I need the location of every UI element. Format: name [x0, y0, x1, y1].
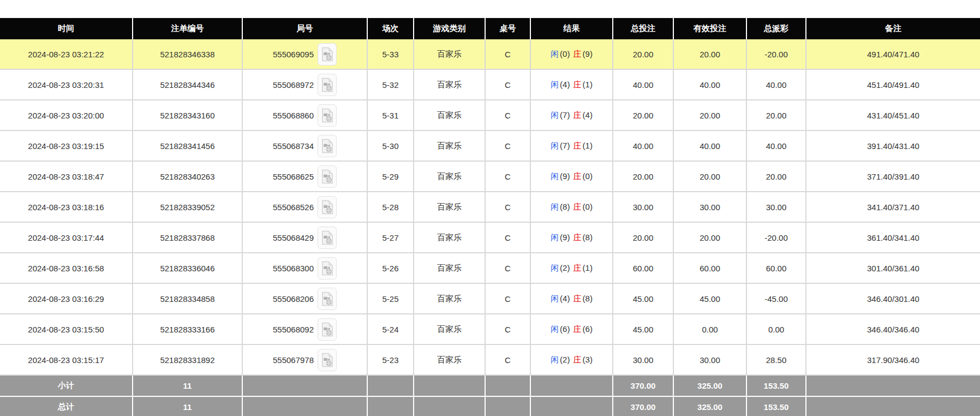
- column-header-total-bet: 总投注: [613, 18, 673, 39]
- summary-label: 小计: [0, 375, 133, 396]
- cell-total-payout: 28.50: [746, 344, 806, 375]
- cell-round-id: 555068860: [242, 100, 367, 130]
- round-id-text: 555068625: [273, 172, 314, 181]
- cell-game-type: 百家乐: [414, 344, 485, 375]
- summary-total-payout: 153.50: [746, 375, 806, 396]
- table-row[interactable]: 2024-08-23 03:20:00 521828343160 5550688…: [0, 100, 980, 130]
- result-banker-label: 庄: [573, 202, 582, 211]
- cell-time: 2024-08-23 03:16:58: [0, 253, 133, 283]
- cell-total-payout: 20.00: [746, 161, 806, 192]
- cell-total-payout: -20.00: [746, 39, 806, 69]
- result-player-score: (6): [559, 324, 570, 334]
- cell-remark: 491.40/471.40: [806, 39, 980, 69]
- video-replay-button[interactable]: [318, 318, 337, 341]
- cell-table-no: C: [485, 69, 530, 100]
- cell-bet-id: 521828339052: [133, 192, 242, 222]
- cell-round-id: 555068429: [242, 222, 367, 253]
- cell-total-bet: 20.00: [613, 222, 673, 253]
- summary-count: 11: [133, 375, 242, 396]
- cell-result: 闲(9) 庄(8): [530, 222, 613, 253]
- result-player-label: 闲: [550, 233, 559, 242]
- result-banker-score: (0): [582, 202, 593, 211]
- cell-round-id: 555067978: [242, 344, 367, 375]
- cell-table-no: C: [485, 253, 530, 283]
- round-id-text: 555068092: [273, 325, 314, 334]
- cell-remark: 341.40/371.40: [806, 192, 980, 222]
- video-replay-button[interactable]: [318, 104, 337, 127]
- cell-total-bet: 30.00: [613, 192, 673, 222]
- cell-session: 5-23: [367, 344, 414, 375]
- cell-session: 5-32: [367, 69, 414, 100]
- cell-remark: 317.90/346.40: [806, 344, 980, 375]
- cell-total-payout: 0.00: [746, 314, 806, 344]
- cell-total-payout: 40.00: [746, 69, 806, 100]
- cell-remark: 361.40/341.40: [806, 222, 980, 253]
- cell-time: 2024-08-23 03:18:16: [0, 192, 133, 222]
- result-player-label: 闲: [550, 202, 559, 211]
- result-player-label: 闲: [550, 80, 559, 89]
- video-replay-button[interactable]: [318, 349, 337, 371]
- video-replay-icon: [321, 292, 333, 306]
- round-id-text: 555067978: [273, 355, 314, 365]
- cell-total-payout: 60.00: [746, 253, 806, 283]
- table-row[interactable]: 2024-08-23 03:18:16 521828339052 5550685…: [0, 192, 980, 222]
- cell-game-type: 百家乐: [414, 161, 485, 192]
- cell-bet-id: 521828344346: [133, 69, 242, 100]
- round-id-text: 555068972: [273, 80, 314, 90]
- result-player-label: 闲: [550, 141, 559, 150]
- table-row[interactable]: 2024-08-23 03:16:29 521828334858 5550682…: [0, 283, 980, 314]
- cell-total-payout: 30.00: [746, 192, 806, 222]
- cell-session: 5-33: [367, 39, 414, 69]
- cell-valid-bet: 40.00: [673, 130, 746, 161]
- video-replay-button[interactable]: [318, 288, 337, 310]
- summary-label: 总计: [0, 396, 133, 416]
- result-banker-label: 庄: [573, 355, 582, 364]
- cell-total-payout: -45.00: [746, 283, 806, 314]
- cell-bet-id: 521828336046: [133, 253, 242, 283]
- result-player-label: 闲: [550, 171, 559, 181]
- video-replay-button[interactable]: [318, 257, 337, 280]
- result-banker-score: (4): [582, 110, 593, 120]
- result-banker-score: (8): [582, 233, 593, 242]
- table-row[interactable]: 2024-08-23 03:15:17 521828331892 5550679…: [0, 344, 980, 375]
- video-replay-icon: [321, 230, 333, 245]
- cell-result: 闲(0) 庄(9): [530, 39, 613, 69]
- cell-game-type: 百家乐: [414, 39, 485, 69]
- cell-round-id: 555068526: [242, 192, 367, 222]
- cell-total-bet: 30.00: [613, 344, 673, 375]
- round-id-text: 555068734: [273, 141, 314, 151]
- table-row[interactable]: 2024-08-23 03:20:31 521828344346 5550689…: [0, 69, 980, 100]
- column-header-game-type: 游戏类别: [414, 18, 485, 39]
- cell-time: 2024-08-23 03:21:22: [0, 39, 133, 69]
- cell-bet-id: 521828340263: [133, 161, 242, 192]
- summary-valid-bet: 325.00: [673, 396, 746, 416]
- cell-total-bet: 45.00: [613, 314, 673, 344]
- table-row[interactable]: 2024-08-23 03:21:22 521828346338 5550690…: [0, 39, 980, 69]
- result-player-label: 闲: [550, 110, 559, 120]
- video-replay-button[interactable]: [318, 74, 337, 96]
- table-row[interactable]: 2024-08-23 03:19:15 521828341456 5550687…: [0, 130, 980, 161]
- cell-table-no: C: [485, 283, 530, 314]
- cell-game-type: 百家乐: [414, 130, 485, 161]
- cell-table-no: C: [485, 314, 530, 344]
- video-replay-button[interactable]: [318, 196, 337, 218]
- video-replay-button[interactable]: [318, 135, 337, 157]
- table-row[interactable]: 2024-08-23 03:17:44 521828337868 5550684…: [0, 222, 980, 253]
- table-row[interactable]: 2024-08-23 03:18:47 521828340263 5550686…: [0, 161, 980, 192]
- cell-table-no: C: [485, 130, 530, 161]
- cell-valid-bet: 20.00: [673, 39, 746, 69]
- table-row[interactable]: 2024-08-23 03:16:58 521828336046 5550683…: [0, 253, 980, 283]
- cell-valid-bet: 30.00: [673, 344, 746, 375]
- cell-session: 5-27: [367, 222, 414, 253]
- video-replay-button[interactable]: [318, 165, 337, 188]
- result-banker-score: (3): [582, 355, 593, 364]
- cell-time: 2024-08-23 03:16:29: [0, 283, 133, 314]
- cell-result: 闲(6) 庄(6): [530, 314, 613, 344]
- video-replay-button[interactable]: [318, 43, 337, 66]
- summary-empty-result: [530, 396, 613, 416]
- result-player-score: (4): [559, 80, 570, 89]
- column-header-table-no: 桌号: [485, 18, 530, 39]
- cell-result: 闲(7) 庄(1): [530, 130, 613, 161]
- video-replay-button[interactable]: [318, 227, 337, 249]
- table-row[interactable]: 2024-08-23 03:15:50 521828333166 5550680…: [0, 314, 980, 344]
